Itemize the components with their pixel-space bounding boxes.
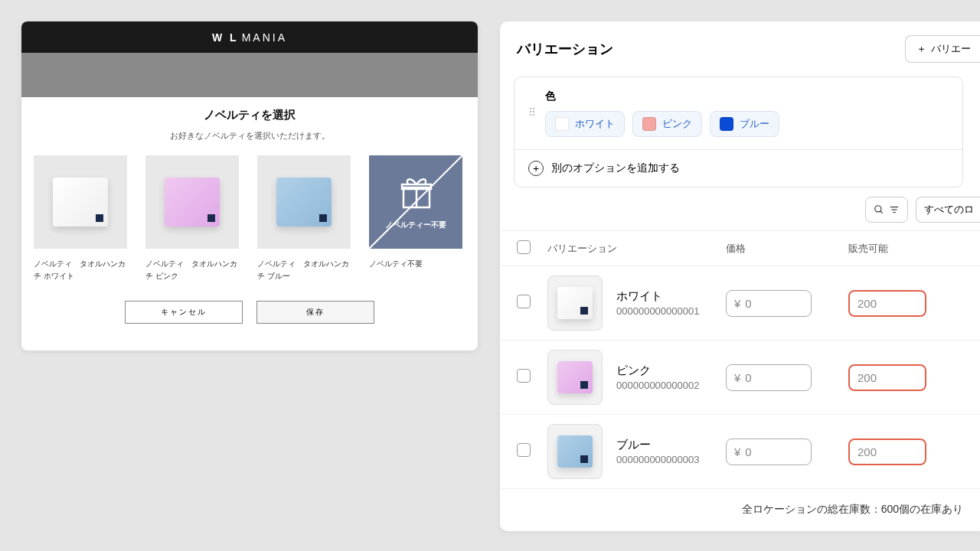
gray-band xyxy=(21,53,478,97)
variation-thumb[interactable] xyxy=(547,276,603,331)
novelty-modal: W LMANIA ノベルティを選択 お好きなノベルティを選択いただけます。 ノベ… xyxy=(21,21,478,350)
col-price: 価格 xyxy=(726,242,848,256)
variation-thumb[interactable] xyxy=(547,350,603,405)
variation-table-head: バリエーション 価格 販売可能 xyxy=(500,230,980,266)
swatch-blue-icon xyxy=(720,117,733,131)
drag-handle-icon[interactable]: ⠿ xyxy=(528,106,536,119)
novelty-option-blue[interactable]: ノベルティ タオルハンカチ ブルー xyxy=(257,155,351,282)
filter-icon xyxy=(889,204,900,215)
stock-input[interactable]: 200 xyxy=(848,290,926,317)
chip-blue[interactable]: ブルー xyxy=(710,111,779,137)
chip-white[interactable]: ホワイト xyxy=(545,111,625,137)
novelty-option-pink[interactable]: ノベルティ タオルハンカチ ピンク xyxy=(145,155,239,282)
add-variation-button[interactable]: ＋バリエー xyxy=(905,35,980,63)
variation-thumb[interactable] xyxy=(547,424,603,479)
swatch-white-icon xyxy=(555,117,569,131)
option-color-box: ⠿ 色 ホワイト ピンク ブルー + 別のオプションを追加する xyxy=(514,77,963,187)
row-checkbox[interactable] xyxy=(517,369,531,383)
save-button[interactable]: 保存 xyxy=(256,301,374,324)
location-filter-button[interactable]: すべてのロ xyxy=(916,197,980,223)
row-checkbox[interactable] xyxy=(517,443,531,457)
novelty-option-none[interactable]: ノベルティー不要 ノベルティ不要 xyxy=(369,155,462,282)
swatch-pink-icon xyxy=(642,117,656,131)
variation-row-pink: ピンク000000000000002 ¥0 200 xyxy=(500,341,980,415)
brand-bar: W LMANIA xyxy=(21,21,478,53)
variation-row-blue: ブルー000000000000003 ¥0 200 xyxy=(500,415,980,489)
total-stock-text: 全ロケーションの総在庫数：600個の在庫あり xyxy=(500,489,980,530)
svg-line-5 xyxy=(880,211,883,214)
select-all-checkbox[interactable] xyxy=(517,240,531,254)
row-checkbox[interactable] xyxy=(517,295,531,308)
no-gift-label: ノベルティー不要 xyxy=(369,220,462,230)
price-input[interactable]: ¥0 xyxy=(726,439,812,465)
variation-heading: バリエーション xyxy=(517,40,613,58)
variation-row-white: ホワイト000000000000001 ¥0 200 xyxy=(500,266,980,341)
novelty-option-white[interactable]: ノベルティ タオルハンカチ ホワイト xyxy=(34,155,127,282)
col-stock: 販売可能 xyxy=(848,242,963,256)
novelty-title: ノベルティを選択 xyxy=(21,97,478,130)
stock-input[interactable]: 200 xyxy=(848,439,926,465)
color-option-label: 色 xyxy=(545,90,949,103)
variation-panel: バリエーション ＋バリエー ⠿ 色 ホワイト ピンク ブルー + 別のオプション… xyxy=(500,21,980,531)
novelty-grid: ノベルティ タオルハンカチ ホワイト ノベルティ タオルハンカチ ピンク ノベル… xyxy=(21,155,478,282)
search-icon xyxy=(874,204,884,215)
price-input[interactable]: ¥0 xyxy=(726,364,812,391)
plus-icon: ＋ xyxy=(916,42,926,56)
search-filter-button[interactable] xyxy=(865,197,908,223)
price-input[interactable]: ¥0 xyxy=(726,290,812,317)
svg-point-4 xyxy=(875,206,881,212)
chip-pink[interactable]: ピンク xyxy=(632,111,702,137)
novelty-subtitle: お好きなノベルティを選択いただけます。 xyxy=(21,130,478,142)
add-option-button[interactable]: + 別のオプションを追加する xyxy=(514,149,962,187)
col-variation: バリエーション xyxy=(547,242,726,256)
cancel-button[interactable]: キャンセル xyxy=(125,301,243,324)
stock-input[interactable]: 200 xyxy=(848,364,926,391)
plus-circle-icon: + xyxy=(528,161,544,176)
